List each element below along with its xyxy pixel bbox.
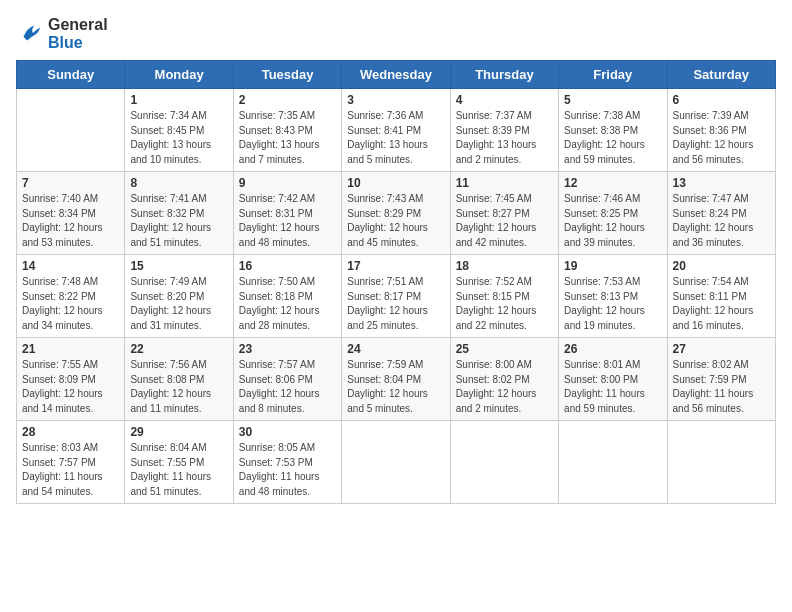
calendar-cell: 6Sunrise: 7:39 AMSunset: 8:36 PMDaylight… bbox=[667, 89, 775, 172]
cell-info: Sunrise: 7:56 AMSunset: 8:08 PMDaylight:… bbox=[130, 358, 227, 416]
day-number: 22 bbox=[130, 342, 227, 356]
cell-info: Sunrise: 7:45 AMSunset: 8:27 PMDaylight:… bbox=[456, 192, 553, 250]
calendar-cell bbox=[667, 421, 775, 504]
calendar-cell: 29Sunrise: 8:04 AMSunset: 7:55 PMDayligh… bbox=[125, 421, 233, 504]
day-number: 11 bbox=[456, 176, 553, 190]
day-number: 23 bbox=[239, 342, 336, 356]
cell-info: Sunrise: 8:02 AMSunset: 7:59 PMDaylight:… bbox=[673, 358, 770, 416]
cell-info: Sunrise: 7:34 AMSunset: 8:45 PMDaylight:… bbox=[130, 109, 227, 167]
cell-info: Sunrise: 7:57 AMSunset: 8:06 PMDaylight:… bbox=[239, 358, 336, 416]
calendar-cell: 24Sunrise: 7:59 AMSunset: 8:04 PMDayligh… bbox=[342, 338, 450, 421]
day-number: 21 bbox=[22, 342, 119, 356]
day-number: 30 bbox=[239, 425, 336, 439]
day-number: 24 bbox=[347, 342, 444, 356]
calendar-cell: 3Sunrise: 7:36 AMSunset: 8:41 PMDaylight… bbox=[342, 89, 450, 172]
calendar-cell: 27Sunrise: 8:02 AMSunset: 7:59 PMDayligh… bbox=[667, 338, 775, 421]
cell-info: Sunrise: 7:46 AMSunset: 8:25 PMDaylight:… bbox=[564, 192, 661, 250]
day-number: 3 bbox=[347, 93, 444, 107]
calendar-cell: 16Sunrise: 7:50 AMSunset: 8:18 PMDayligh… bbox=[233, 255, 341, 338]
cell-info: Sunrise: 7:47 AMSunset: 8:24 PMDaylight:… bbox=[673, 192, 770, 250]
cell-info: Sunrise: 8:03 AMSunset: 7:57 PMDaylight:… bbox=[22, 441, 119, 499]
column-header-wednesday: Wednesday bbox=[342, 61, 450, 89]
cell-info: Sunrise: 8:01 AMSunset: 8:00 PMDaylight:… bbox=[564, 358, 661, 416]
calendar-cell: 23Sunrise: 7:57 AMSunset: 8:06 PMDayligh… bbox=[233, 338, 341, 421]
week-row-2: 7Sunrise: 7:40 AMSunset: 8:34 PMDaylight… bbox=[17, 172, 776, 255]
day-number: 6 bbox=[673, 93, 770, 107]
week-row-4: 21Sunrise: 7:55 AMSunset: 8:09 PMDayligh… bbox=[17, 338, 776, 421]
day-number: 28 bbox=[22, 425, 119, 439]
cell-info: Sunrise: 7:54 AMSunset: 8:11 PMDaylight:… bbox=[673, 275, 770, 333]
day-number: 13 bbox=[673, 176, 770, 190]
day-number: 14 bbox=[22, 259, 119, 273]
calendar-cell bbox=[559, 421, 667, 504]
cell-info: Sunrise: 7:49 AMSunset: 8:20 PMDaylight:… bbox=[130, 275, 227, 333]
calendar-cell: 26Sunrise: 8:01 AMSunset: 8:00 PMDayligh… bbox=[559, 338, 667, 421]
cell-info: Sunrise: 7:38 AMSunset: 8:38 PMDaylight:… bbox=[564, 109, 661, 167]
day-number: 2 bbox=[239, 93, 336, 107]
cell-info: Sunrise: 7:50 AMSunset: 8:18 PMDaylight:… bbox=[239, 275, 336, 333]
calendar-table: SundayMondayTuesdayWednesdayThursdayFrid… bbox=[16, 60, 776, 504]
day-number: 17 bbox=[347, 259, 444, 273]
logo: General Blue bbox=[16, 16, 108, 52]
calendar-cell: 7Sunrise: 7:40 AMSunset: 8:34 PMDaylight… bbox=[17, 172, 125, 255]
calendar-cell bbox=[342, 421, 450, 504]
calendar-cell: 8Sunrise: 7:41 AMSunset: 8:32 PMDaylight… bbox=[125, 172, 233, 255]
cell-info: Sunrise: 7:59 AMSunset: 8:04 PMDaylight:… bbox=[347, 358, 444, 416]
calendar-cell: 1Sunrise: 7:34 AMSunset: 8:45 PMDaylight… bbox=[125, 89, 233, 172]
calendar-cell: 22Sunrise: 7:56 AMSunset: 8:08 PMDayligh… bbox=[125, 338, 233, 421]
logo-text: General Blue bbox=[48, 16, 108, 52]
page-header: General Blue bbox=[16, 16, 776, 52]
cell-info: Sunrise: 7:40 AMSunset: 8:34 PMDaylight:… bbox=[22, 192, 119, 250]
day-number: 1 bbox=[130, 93, 227, 107]
day-number: 7 bbox=[22, 176, 119, 190]
day-number: 26 bbox=[564, 342, 661, 356]
cell-info: Sunrise: 7:39 AMSunset: 8:36 PMDaylight:… bbox=[673, 109, 770, 167]
calendar-cell: 25Sunrise: 8:00 AMSunset: 8:02 PMDayligh… bbox=[450, 338, 558, 421]
day-number: 19 bbox=[564, 259, 661, 273]
day-number: 10 bbox=[347, 176, 444, 190]
cell-info: Sunrise: 7:48 AMSunset: 8:22 PMDaylight:… bbox=[22, 275, 119, 333]
calendar-cell bbox=[17, 89, 125, 172]
calendar-cell: 4Sunrise: 7:37 AMSunset: 8:39 PMDaylight… bbox=[450, 89, 558, 172]
week-row-1: 1Sunrise: 7:34 AMSunset: 8:45 PMDaylight… bbox=[17, 89, 776, 172]
cell-info: Sunrise: 7:41 AMSunset: 8:32 PMDaylight:… bbox=[130, 192, 227, 250]
day-number: 27 bbox=[673, 342, 770, 356]
header-row: SundayMondayTuesdayWednesdayThursdayFrid… bbox=[17, 61, 776, 89]
calendar-cell: 17Sunrise: 7:51 AMSunset: 8:17 PMDayligh… bbox=[342, 255, 450, 338]
calendar-cell: 19Sunrise: 7:53 AMSunset: 8:13 PMDayligh… bbox=[559, 255, 667, 338]
calendar-cell: 30Sunrise: 8:05 AMSunset: 7:53 PMDayligh… bbox=[233, 421, 341, 504]
cell-info: Sunrise: 7:35 AMSunset: 8:43 PMDaylight:… bbox=[239, 109, 336, 167]
calendar-cell bbox=[450, 421, 558, 504]
day-number: 20 bbox=[673, 259, 770, 273]
week-row-5: 28Sunrise: 8:03 AMSunset: 7:57 PMDayligh… bbox=[17, 421, 776, 504]
calendar-cell: 12Sunrise: 7:46 AMSunset: 8:25 PMDayligh… bbox=[559, 172, 667, 255]
cell-info: Sunrise: 7:37 AMSunset: 8:39 PMDaylight:… bbox=[456, 109, 553, 167]
calendar-cell: 28Sunrise: 8:03 AMSunset: 7:57 PMDayligh… bbox=[17, 421, 125, 504]
cell-info: Sunrise: 7:52 AMSunset: 8:15 PMDaylight:… bbox=[456, 275, 553, 333]
day-number: 4 bbox=[456, 93, 553, 107]
cell-info: Sunrise: 7:53 AMSunset: 8:13 PMDaylight:… bbox=[564, 275, 661, 333]
column-header-monday: Monday bbox=[125, 61, 233, 89]
day-number: 15 bbox=[130, 259, 227, 273]
calendar-cell: 13Sunrise: 7:47 AMSunset: 8:24 PMDayligh… bbox=[667, 172, 775, 255]
day-number: 9 bbox=[239, 176, 336, 190]
day-number: 12 bbox=[564, 176, 661, 190]
column-header-tuesday: Tuesday bbox=[233, 61, 341, 89]
cell-info: Sunrise: 8:05 AMSunset: 7:53 PMDaylight:… bbox=[239, 441, 336, 499]
cell-info: Sunrise: 7:43 AMSunset: 8:29 PMDaylight:… bbox=[347, 192, 444, 250]
calendar-cell: 2Sunrise: 7:35 AMSunset: 8:43 PMDaylight… bbox=[233, 89, 341, 172]
day-number: 8 bbox=[130, 176, 227, 190]
logo-icon bbox=[16, 20, 44, 48]
calendar-cell: 5Sunrise: 7:38 AMSunset: 8:38 PMDaylight… bbox=[559, 89, 667, 172]
calendar-cell: 20Sunrise: 7:54 AMSunset: 8:11 PMDayligh… bbox=[667, 255, 775, 338]
calendar-cell: 9Sunrise: 7:42 AMSunset: 8:31 PMDaylight… bbox=[233, 172, 341, 255]
week-row-3: 14Sunrise: 7:48 AMSunset: 8:22 PMDayligh… bbox=[17, 255, 776, 338]
cell-info: Sunrise: 8:04 AMSunset: 7:55 PMDaylight:… bbox=[130, 441, 227, 499]
calendar-cell: 14Sunrise: 7:48 AMSunset: 8:22 PMDayligh… bbox=[17, 255, 125, 338]
calendar-cell: 11Sunrise: 7:45 AMSunset: 8:27 PMDayligh… bbox=[450, 172, 558, 255]
calendar-cell: 10Sunrise: 7:43 AMSunset: 8:29 PMDayligh… bbox=[342, 172, 450, 255]
column-header-thursday: Thursday bbox=[450, 61, 558, 89]
cell-info: Sunrise: 8:00 AMSunset: 8:02 PMDaylight:… bbox=[456, 358, 553, 416]
cell-info: Sunrise: 7:51 AMSunset: 8:17 PMDaylight:… bbox=[347, 275, 444, 333]
day-number: 18 bbox=[456, 259, 553, 273]
